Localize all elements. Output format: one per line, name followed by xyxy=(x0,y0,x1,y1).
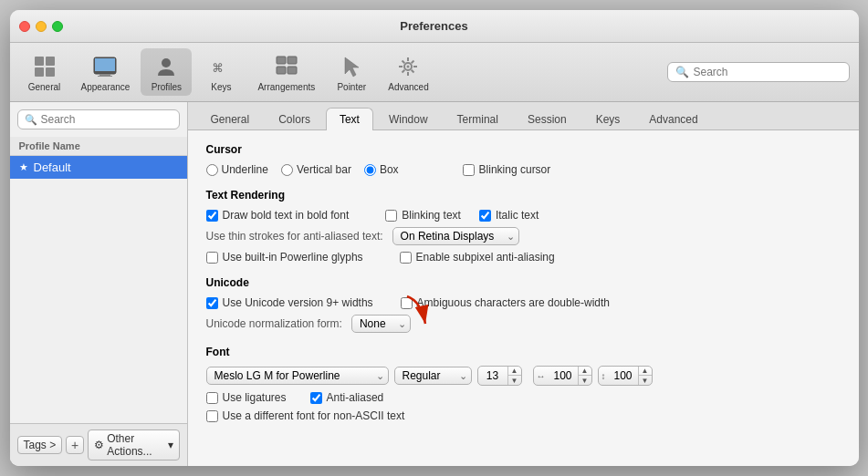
blinking-cursor-option[interactable]: Blinking cursor xyxy=(463,163,551,176)
h-spacing-input[interactable] xyxy=(549,367,578,384)
maximize-button[interactable] xyxy=(52,21,63,32)
tab-advanced[interactable]: Advanced xyxy=(635,108,711,130)
svg-rect-6 xyxy=(99,74,110,76)
content-area: 🔍 Profile Name ★ Default Tags > + xyxy=(10,102,859,466)
thin-strokes-select[interactable]: On Retina Displays Always Never In Low P… xyxy=(392,227,519,245)
svg-rect-1 xyxy=(46,57,55,66)
sidebar-search-box[interactable]: 🔍 xyxy=(17,109,180,129)
font-title: Font xyxy=(206,346,841,358)
ligatures-option[interactable]: Use ligatures xyxy=(206,391,287,404)
font-row1: Meslo LG M for Powerline Regular Bold It… xyxy=(206,366,841,386)
toolbar-item-appearance[interactable]: Appearance xyxy=(74,48,138,96)
toolbar-item-advanced[interactable]: Advanced xyxy=(381,48,435,96)
add-profile-button[interactable]: + xyxy=(66,436,84,454)
toolbar-item-pointer[interactable]: Pointer xyxy=(326,48,377,96)
tab-session[interactable]: Session xyxy=(514,108,580,130)
svg-rect-5 xyxy=(95,58,115,71)
font-options-row1: Use ligatures Anti-aliased xyxy=(206,391,841,404)
cursor-vertical-option[interactable]: Vertical bar xyxy=(281,163,351,176)
toolbar-item-arrangements[interactable]: Arrangements xyxy=(250,48,322,96)
tab-keys-label: Keys xyxy=(596,113,621,126)
thin-strokes-row: Use thin strokes for anti-aliased text: … xyxy=(206,227,841,245)
h-spacing-stepper[interactable]: ↔ ▲ ▼ xyxy=(533,366,592,386)
dropdown-arrow-icon: ▾ xyxy=(168,439,173,451)
version9-checkbox[interactable] xyxy=(206,297,218,309)
version9-option[interactable]: Use Unicode version 9+ widths xyxy=(206,296,373,309)
h-spacing-down[interactable]: ▼ xyxy=(579,376,591,385)
non-ascii-checkbox[interactable] xyxy=(206,410,218,422)
blinking-text-option[interactable]: Blinking text xyxy=(385,209,461,222)
toolbar-search-input[interactable] xyxy=(694,66,842,78)
anti-aliased-checkbox[interactable] xyxy=(310,392,322,404)
appearance-label: Appearance xyxy=(81,82,131,92)
font-size-down[interactable]: ▼ xyxy=(508,376,521,385)
powerline-option[interactable]: Use built-in Powerline glyphs xyxy=(206,251,363,264)
draw-bold-option[interactable]: Draw bold text in bold font xyxy=(206,209,350,222)
v-spacing-icon: ↕ xyxy=(599,369,609,383)
h-spacing-up[interactable]: ▲ xyxy=(579,367,591,376)
draw-bold-checkbox[interactable] xyxy=(206,210,218,222)
ambiguous-checkbox[interactable] xyxy=(401,297,413,309)
text-rendering-title: Text Rendering xyxy=(206,189,841,202)
tab-window[interactable]: Window xyxy=(375,108,442,130)
profile-list: Profile Name ★ Default xyxy=(10,137,187,423)
tab-general-label: General xyxy=(211,113,250,126)
tab-colors[interactable]: Colors xyxy=(265,108,324,130)
subpixel-option[interactable]: Enable subpixel anti-aliasing xyxy=(400,251,555,264)
font-name-select[interactable]: Meslo LG M for Powerline xyxy=(206,367,389,385)
tab-general[interactable]: General xyxy=(197,108,264,130)
italic-text-checkbox[interactable] xyxy=(479,210,491,222)
default-star-icon: ★ xyxy=(19,161,28,173)
profile-item-default[interactable]: ★ Default xyxy=(10,156,187,179)
cursor-underline-radio[interactable] xyxy=(206,164,218,176)
font-style-select[interactable]: Regular Bold Italic Bold Italic xyxy=(394,367,472,385)
sidebar-search-icon: 🔍 xyxy=(25,114,37,126)
cursor-box-radio[interactable] xyxy=(364,164,376,176)
anti-aliased-option[interactable]: Anti-aliased xyxy=(310,391,384,404)
minimize-button[interactable] xyxy=(36,21,47,32)
close-button[interactable] xyxy=(19,21,30,32)
ligatures-checkbox[interactable] xyxy=(206,392,218,404)
font-section: Font Meslo LG M for Powerline Regular Bo… xyxy=(206,346,841,422)
tab-text[interactable]: Text xyxy=(326,108,373,130)
powerline-checkbox[interactable] xyxy=(206,252,218,264)
sidebar-search-input[interactable] xyxy=(41,113,173,126)
blinking-text-checkbox[interactable] xyxy=(385,210,397,222)
toolbar-item-profiles[interactable]: Profiles xyxy=(141,48,192,96)
italic-text-option[interactable]: Italic text xyxy=(479,209,539,222)
thin-strokes-label: Use thin strokes for anti-aliased text: xyxy=(206,230,383,243)
gear-icon: ⚙ xyxy=(94,439,104,451)
font-size-up[interactable]: ▲ xyxy=(508,367,521,376)
subpixel-checkbox[interactable] xyxy=(400,252,412,264)
tags-button[interactable]: Tags > xyxy=(17,436,63,454)
cursor-section: Cursor Underline Vertical bar xyxy=(206,143,841,176)
v-spacing-input[interactable] xyxy=(609,367,638,384)
cursor-vertical-radio[interactable] xyxy=(281,164,293,176)
arrangements-label: Arrangements xyxy=(257,82,315,92)
tab-terminal[interactable]: Terminal xyxy=(444,108,512,130)
draw-bold-label: Draw bold text in bold font xyxy=(223,209,350,222)
italic-text-label: Italic text xyxy=(496,209,539,222)
appearance-icon xyxy=(90,52,120,81)
normalization-select-wrapper: None NFC NFD NFKC NFKD xyxy=(351,315,411,333)
ambiguous-option[interactable]: Ambiguous characters are double-width xyxy=(401,296,610,309)
normalization-select[interactable]: None NFC NFD NFKC NFKD xyxy=(351,315,411,333)
tab-keys[interactable]: Keys xyxy=(582,108,634,130)
other-actions-button[interactable]: ⚙ Other Actions... ▾ xyxy=(88,429,179,460)
toolbar-item-general[interactable]: General xyxy=(19,48,70,96)
toolbar-search-box[interactable]: 🔍 xyxy=(667,62,850,82)
toolbar-item-keys[interactable]: ⌘ Keys xyxy=(195,48,246,96)
blinking-cursor-checkbox[interactable] xyxy=(463,164,475,176)
font-size-stepper[interactable]: ▲ ▼ xyxy=(477,366,522,386)
cursor-box-option[interactable]: Box xyxy=(364,163,399,176)
v-spacing-up[interactable]: ▲ xyxy=(639,367,652,376)
cursor-box-label: Box xyxy=(380,163,399,176)
normalization-row: Unicode normalization form: None NFC NFD… xyxy=(206,315,841,333)
v-spacing-stepper[interactable]: ↕ ▲ ▼ xyxy=(598,366,653,386)
font-size-input[interactable] xyxy=(478,367,507,384)
tab-colors-label: Colors xyxy=(278,113,310,126)
non-ascii-option[interactable]: Use a different font for non-ASCII text xyxy=(206,409,405,422)
cursor-underline-option[interactable]: Underline xyxy=(206,163,268,176)
v-spacing-down[interactable]: ▼ xyxy=(639,376,652,385)
font-name-wrapper: Meslo LG M for Powerline xyxy=(206,367,389,385)
